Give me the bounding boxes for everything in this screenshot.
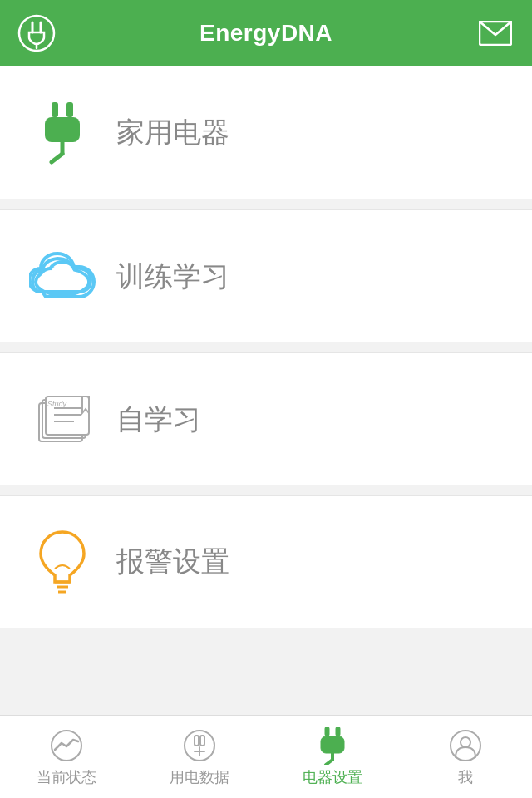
tabbar: 当前状态 用电数据 <box>0 715 532 798</box>
svg-rect-33 <box>325 727 329 736</box>
chart-icon <box>48 727 85 764</box>
svg-point-17 <box>51 264 74 284</box>
menu-item-train-learn[interactable]: 训练学习 <box>0 209 532 342</box>
svg-rect-6 <box>66 102 73 117</box>
svg-rect-35 <box>321 736 344 753</box>
menu-list: 家用电器 训练学习 <box>0 66 532 715</box>
plug-green-icon <box>25 96 100 170</box>
svg-rect-5 <box>52 102 58 117</box>
svg-line-9 <box>52 154 62 162</box>
train-learn-label: 训练学习 <box>116 258 229 296</box>
menu-item-alarm-settings[interactable]: 报警设置 <box>0 495 532 628</box>
separator-3 <box>0 485 532 495</box>
tab-power-data[interactable]: 用电数据 <box>133 716 266 798</box>
tab-me[interactable]: 我 <box>399 716 532 798</box>
svg-point-39 <box>461 737 470 747</box>
menu-item-home-appliances[interactable]: 家用电器 <box>0 66 532 200</box>
svg-rect-31 <box>195 736 199 746</box>
svg-rect-7 <box>45 117 80 142</box>
tab-current-status-label: 当前状态 <box>37 767 96 787</box>
tab-power-data-label: 用电数据 <box>170 767 229 787</box>
svg-rect-32 <box>200 736 204 746</box>
tab-current-status[interactable]: 当前状态 <box>0 716 133 798</box>
header-logo-icon <box>17 13 57 53</box>
plug-filled-icon <box>314 727 351 764</box>
svg-text:Study: Study <box>47 400 67 408</box>
home-appliances-label: 家用电器 <box>116 114 229 152</box>
alarm-settings-label: 报警设置 <box>116 543 229 581</box>
mail-icon[interactable] <box>475 13 515 53</box>
cloud-blue-icon <box>25 239 100 314</box>
power-data-icon <box>181 727 218 764</box>
app-title: EnergyDNA <box>200 20 332 47</box>
study-book-icon: Study <box>25 382 100 457</box>
app-header: EnergyDNA <box>0 0 532 66</box>
tab-device-settings-label: 电器设置 <box>303 767 362 787</box>
tab-me-label: 我 <box>458 767 473 787</box>
bulb-orange-icon <box>25 525 100 599</box>
menu-item-self-learn[interactable]: Study 自学习 <box>0 352 532 485</box>
person-icon <box>447 727 484 764</box>
tab-device-settings[interactable]: 电器设置 <box>266 716 399 798</box>
self-learn-label: 自学习 <box>116 401 201 439</box>
svg-rect-34 <box>336 727 340 736</box>
svg-line-37 <box>326 760 332 765</box>
separator-2 <box>0 342 532 352</box>
separator-1 <box>0 200 532 209</box>
